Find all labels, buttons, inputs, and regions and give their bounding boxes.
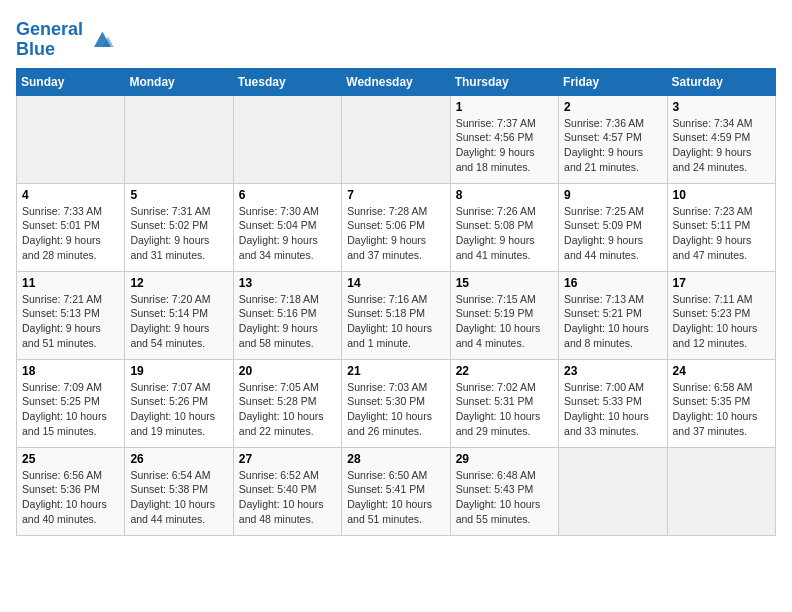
calendar-cell: 12Sunrise: 7:20 AM Sunset: 5:14 PM Dayli… [125, 271, 233, 359]
day-number: 1 [456, 100, 553, 114]
calendar-cell [17, 95, 125, 183]
day-number: 17 [673, 276, 770, 290]
calendar-cell: 26Sunrise: 6:54 AM Sunset: 5:38 PM Dayli… [125, 447, 233, 535]
calendar-cell: 9Sunrise: 7:25 AM Sunset: 5:09 PM Daylig… [559, 183, 667, 271]
day-number: 29 [456, 452, 553, 466]
day-number: 23 [564, 364, 661, 378]
calendar-cell: 6Sunrise: 7:30 AM Sunset: 5:04 PM Daylig… [233, 183, 341, 271]
cell-content: Sunrise: 7:20 AM Sunset: 5:14 PM Dayligh… [130, 292, 227, 351]
cell-content: Sunrise: 7:25 AM Sunset: 5:09 PM Dayligh… [564, 204, 661, 263]
logo-general: General [16, 19, 83, 39]
weekday-header-row: SundayMondayTuesdayWednesdayThursdayFrid… [17, 68, 776, 95]
day-number: 5 [130, 188, 227, 202]
cell-content: Sunrise: 7:02 AM Sunset: 5:31 PM Dayligh… [456, 380, 553, 439]
day-number: 18 [22, 364, 119, 378]
logo: General Blue [16, 20, 115, 60]
cell-content: Sunrise: 6:58 AM Sunset: 5:35 PM Dayligh… [673, 380, 770, 439]
calendar-week-3: 11Sunrise: 7:21 AM Sunset: 5:13 PM Dayli… [17, 271, 776, 359]
cell-content: Sunrise: 7:18 AM Sunset: 5:16 PM Dayligh… [239, 292, 336, 351]
calendar-cell: 3Sunrise: 7:34 AM Sunset: 4:59 PM Daylig… [667, 95, 775, 183]
calendar-cell [559, 447, 667, 535]
calendar-cell: 7Sunrise: 7:28 AM Sunset: 5:06 PM Daylig… [342, 183, 450, 271]
calendar-cell: 25Sunrise: 6:56 AM Sunset: 5:36 PM Dayli… [17, 447, 125, 535]
calendar-cell: 16Sunrise: 7:13 AM Sunset: 5:21 PM Dayli… [559, 271, 667, 359]
cell-content: Sunrise: 6:52 AM Sunset: 5:40 PM Dayligh… [239, 468, 336, 527]
cell-content: Sunrise: 7:36 AM Sunset: 4:57 PM Dayligh… [564, 116, 661, 175]
cell-content: Sunrise: 6:56 AM Sunset: 5:36 PM Dayligh… [22, 468, 119, 527]
weekday-header-wednesday: Wednesday [342, 68, 450, 95]
weekday-header-thursday: Thursday [450, 68, 558, 95]
calendar-cell: 17Sunrise: 7:11 AM Sunset: 5:23 PM Dayli… [667, 271, 775, 359]
cell-content: Sunrise: 7:00 AM Sunset: 5:33 PM Dayligh… [564, 380, 661, 439]
cell-content: Sunrise: 7:30 AM Sunset: 5:04 PM Dayligh… [239, 204, 336, 263]
calendar-cell: 4Sunrise: 7:33 AM Sunset: 5:01 PM Daylig… [17, 183, 125, 271]
calendar-cell [342, 95, 450, 183]
day-number: 9 [564, 188, 661, 202]
day-number: 13 [239, 276, 336, 290]
day-number: 14 [347, 276, 444, 290]
calendar-week-5: 25Sunrise: 6:56 AM Sunset: 5:36 PM Dayli… [17, 447, 776, 535]
day-number: 7 [347, 188, 444, 202]
day-number: 3 [673, 100, 770, 114]
cell-content: Sunrise: 6:48 AM Sunset: 5:43 PM Dayligh… [456, 468, 553, 527]
weekday-header-saturday: Saturday [667, 68, 775, 95]
cell-content: Sunrise: 6:54 AM Sunset: 5:38 PM Dayligh… [130, 468, 227, 527]
day-number: 24 [673, 364, 770, 378]
weekday-header-sunday: Sunday [17, 68, 125, 95]
calendar-cell: 15Sunrise: 7:15 AM Sunset: 5:19 PM Dayli… [450, 271, 558, 359]
day-number: 8 [456, 188, 553, 202]
calendar-cell: 5Sunrise: 7:31 AM Sunset: 5:02 PM Daylig… [125, 183, 233, 271]
day-number: 28 [347, 452, 444, 466]
calendar-week-4: 18Sunrise: 7:09 AM Sunset: 5:25 PM Dayli… [17, 359, 776, 447]
calendar-cell: 19Sunrise: 7:07 AM Sunset: 5:26 PM Dayli… [125, 359, 233, 447]
cell-content: Sunrise: 7:33 AM Sunset: 5:01 PM Dayligh… [22, 204, 119, 263]
calendar-week-1: 1Sunrise: 7:37 AM Sunset: 4:56 PM Daylig… [17, 95, 776, 183]
day-number: 6 [239, 188, 336, 202]
logo-blue: Blue [16, 39, 55, 59]
cell-content: Sunrise: 7:37 AM Sunset: 4:56 PM Dayligh… [456, 116, 553, 175]
calendar-cell: 8Sunrise: 7:26 AM Sunset: 5:08 PM Daylig… [450, 183, 558, 271]
day-number: 19 [130, 364, 227, 378]
calendar-cell: 21Sunrise: 7:03 AM Sunset: 5:30 PM Dayli… [342, 359, 450, 447]
day-number: 2 [564, 100, 661, 114]
day-number: 26 [130, 452, 227, 466]
cell-content: Sunrise: 7:31 AM Sunset: 5:02 PM Dayligh… [130, 204, 227, 263]
calendar-cell: 20Sunrise: 7:05 AM Sunset: 5:28 PM Dayli… [233, 359, 341, 447]
cell-content: Sunrise: 7:05 AM Sunset: 5:28 PM Dayligh… [239, 380, 336, 439]
day-number: 22 [456, 364, 553, 378]
weekday-header-tuesday: Tuesday [233, 68, 341, 95]
day-number: 25 [22, 452, 119, 466]
calendar-cell: 14Sunrise: 7:16 AM Sunset: 5:18 PM Dayli… [342, 271, 450, 359]
calendar-cell [233, 95, 341, 183]
day-number: 20 [239, 364, 336, 378]
day-number: 12 [130, 276, 227, 290]
day-number: 11 [22, 276, 119, 290]
cell-content: Sunrise: 7:09 AM Sunset: 5:25 PM Dayligh… [22, 380, 119, 439]
calendar-cell: 13Sunrise: 7:18 AM Sunset: 5:16 PM Dayli… [233, 271, 341, 359]
calendar-cell: 10Sunrise: 7:23 AM Sunset: 5:11 PM Dayli… [667, 183, 775, 271]
day-number: 21 [347, 364, 444, 378]
calendar-cell: 1Sunrise: 7:37 AM Sunset: 4:56 PM Daylig… [450, 95, 558, 183]
cell-content: Sunrise: 7:07 AM Sunset: 5:26 PM Dayligh… [130, 380, 227, 439]
calendar-week-2: 4Sunrise: 7:33 AM Sunset: 5:01 PM Daylig… [17, 183, 776, 271]
cell-content: Sunrise: 6:50 AM Sunset: 5:41 PM Dayligh… [347, 468, 444, 527]
cell-content: Sunrise: 7:16 AM Sunset: 5:18 PM Dayligh… [347, 292, 444, 351]
calendar-cell: 24Sunrise: 6:58 AM Sunset: 5:35 PM Dayli… [667, 359, 775, 447]
cell-content: Sunrise: 7:23 AM Sunset: 5:11 PM Dayligh… [673, 204, 770, 263]
day-number: 27 [239, 452, 336, 466]
cell-content: Sunrise: 7:15 AM Sunset: 5:19 PM Dayligh… [456, 292, 553, 351]
calendar-cell: 18Sunrise: 7:09 AM Sunset: 5:25 PM Dayli… [17, 359, 125, 447]
calendar-cell [125, 95, 233, 183]
calendar-table: SundayMondayTuesdayWednesdayThursdayFrid… [16, 68, 776, 536]
cell-content: Sunrise: 7:34 AM Sunset: 4:59 PM Dayligh… [673, 116, 770, 175]
cell-content: Sunrise: 7:13 AM Sunset: 5:21 PM Dayligh… [564, 292, 661, 351]
calendar-cell: 28Sunrise: 6:50 AM Sunset: 5:41 PM Dayli… [342, 447, 450, 535]
weekday-header-friday: Friday [559, 68, 667, 95]
calendar-cell: 2Sunrise: 7:36 AM Sunset: 4:57 PM Daylig… [559, 95, 667, 183]
calendar-cell: 11Sunrise: 7:21 AM Sunset: 5:13 PM Dayli… [17, 271, 125, 359]
calendar-cell: 22Sunrise: 7:02 AM Sunset: 5:31 PM Dayli… [450, 359, 558, 447]
day-number: 16 [564, 276, 661, 290]
cell-content: Sunrise: 7:21 AM Sunset: 5:13 PM Dayligh… [22, 292, 119, 351]
cell-content: Sunrise: 7:11 AM Sunset: 5:23 PM Dayligh… [673, 292, 770, 351]
page-header: General Blue [16, 16, 776, 60]
